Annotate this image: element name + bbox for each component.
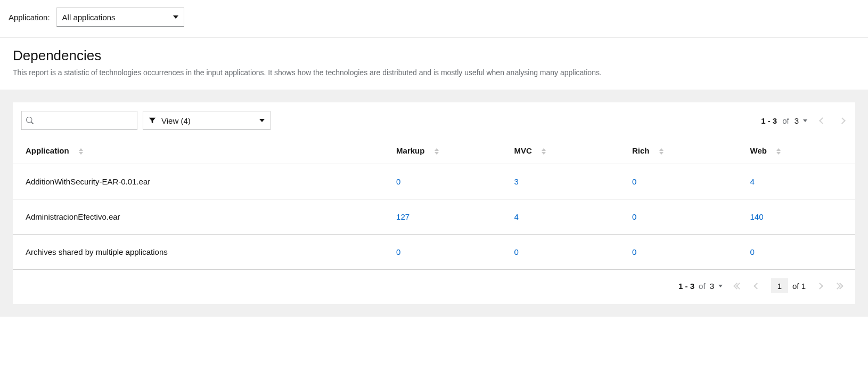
cell-web-link[interactable]: 0: [750, 247, 755, 256]
filter-icon: [149, 117, 156, 124]
caret-down-icon: [259, 119, 265, 122]
application-dropdown-value: All applications: [62, 13, 116, 22]
bottom-pagination: 1 - 3 of 3 of 1: [13, 270, 855, 304]
next-page-button[interactable]: [838, 116, 847, 125]
caret-down-icon: [173, 15, 178, 19]
first-page-button[interactable]: [732, 282, 744, 291]
chevron-double-left-icon: [734, 284, 742, 288]
dependencies-table: Application Markup MVC Rich: [13, 136, 855, 270]
application-label: Application:: [9, 13, 50, 22]
chevron-right-icon: [816, 283, 823, 289]
cell-application: Archives shared by multiple applications: [13, 235, 383, 270]
page-total: 1: [801, 282, 806, 291]
chevron-double-right-icon: [835, 284, 842, 288]
range-current: 1 - 3: [678, 282, 694, 291]
page-of-label: of: [792, 282, 799, 291]
application-dropdown[interactable]: All applications: [56, 7, 184, 27]
search-input-wrapper[interactable]: [21, 111, 137, 130]
cell-markup-link[interactable]: 0: [396, 177, 400, 186]
col-header-application[interactable]: Application: [13, 136, 383, 164]
sort-icon: [776, 148, 781, 155]
cell-rich-link[interactable]: 0: [632, 177, 636, 186]
cell-web-link[interactable]: 4: [750, 177, 755, 186]
page-description: This report is a statistic of technologi…: [13, 68, 855, 77]
range-of: of: [699, 282, 706, 291]
sort-icon: [435, 148, 439, 155]
page-number-input[interactable]: [771, 278, 788, 293]
cell-markup-link[interactable]: 0: [396, 247, 400, 256]
col-header-markup[interactable]: Markup: [383, 136, 501, 164]
cell-rich-link[interactable]: 0: [632, 212, 636, 221]
sort-icon: [79, 148, 83, 155]
bottom-pagination-range[interactable]: 1 - 3 of 3: [678, 282, 723, 291]
content-area: View (4) 1 - 3 of 3 Appli: [0, 90, 868, 317]
search-icon: [26, 117, 34, 124]
cell-mvc-link[interactable]: 0: [514, 247, 519, 256]
page-title: Dependencies: [13, 47, 855, 64]
top-pagination: 1 - 3 of 3: [761, 116, 847, 125]
cell-application: AdministracionEfectivo.ear: [13, 199, 383, 235]
table-row: AdministracionEfectivo.ear 127 4 0 140: [13, 199, 855, 235]
col-header-rich[interactable]: Rich: [619, 136, 737, 164]
cell-rich-link[interactable]: 0: [632, 247, 636, 256]
next-page-button[interactable]: [815, 282, 824, 291]
range-total: 3: [710, 282, 714, 291]
prev-page-button[interactable]: [818, 116, 827, 125]
range-current: 1 - 3: [761, 116, 777, 125]
search-input[interactable]: [38, 116, 133, 126]
caret-down-icon: [718, 285, 723, 287]
cell-web-link[interactable]: 140: [750, 212, 764, 221]
cell-mvc-link[interactable]: 4: [514, 212, 519, 221]
app-selector-bar: Application: All applications: [0, 0, 868, 38]
last-page-button[interactable]: [833, 282, 845, 291]
cell-mvc-link[interactable]: 3: [514, 177, 519, 186]
prev-page-button[interactable]: [752, 282, 761, 291]
range-of: of: [782, 116, 789, 125]
sort-icon: [659, 148, 664, 155]
cell-application: AdditionWithSecurity-EAR-0.01.ear: [13, 164, 383, 199]
cell-markup-link[interactable]: 127: [396, 212, 410, 221]
range-total: 3: [795, 116, 799, 125]
col-header-mvc[interactable]: MVC: [502, 136, 619, 164]
view-filter-label: View (4): [161, 116, 191, 125]
chevron-left-icon: [754, 283, 760, 289]
sort-icon: [542, 148, 546, 155]
table-panel: View (4) 1 - 3 of 3 Appli: [13, 102, 855, 304]
table-row: Archives shared by multiple applications…: [13, 235, 855, 270]
caret-down-icon: [803, 119, 807, 122]
col-header-web[interactable]: Web: [738, 136, 856, 164]
view-filter-dropdown[interactable]: View (4): [143, 111, 271, 130]
top-pagination-range[interactable]: 1 - 3 of 3: [761, 116, 807, 125]
table-row: AdditionWithSecurity-EAR-0.01.ear 0 3 0 …: [13, 164, 855, 199]
table-toolbar: View (4) 1 - 3 of 3: [13, 102, 855, 136]
page-indicator: of 1: [771, 278, 806, 293]
page-header: Dependencies This report is a statistic …: [0, 38, 868, 90]
